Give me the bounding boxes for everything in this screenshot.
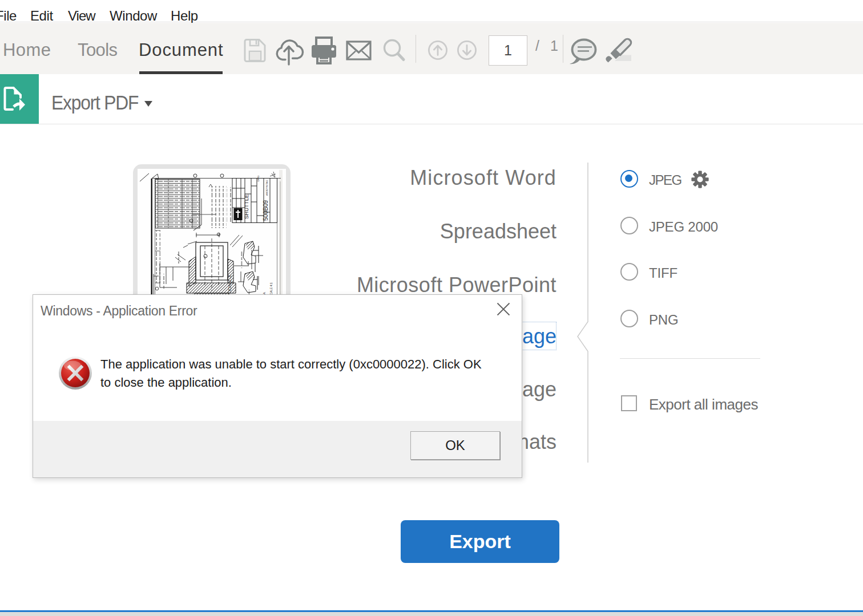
svg-text:500B09: 500B09 — [262, 200, 269, 221]
svg-text:TION Z-Z: TION Z-Z — [227, 275, 232, 294]
svg-text:SHUTTLE: SHUTTLE — [243, 194, 249, 219]
svg-text:ANODYN-TAG: ANODYN-TAG — [265, 180, 268, 196]
svg-text:DWG: DWG — [257, 176, 260, 181]
